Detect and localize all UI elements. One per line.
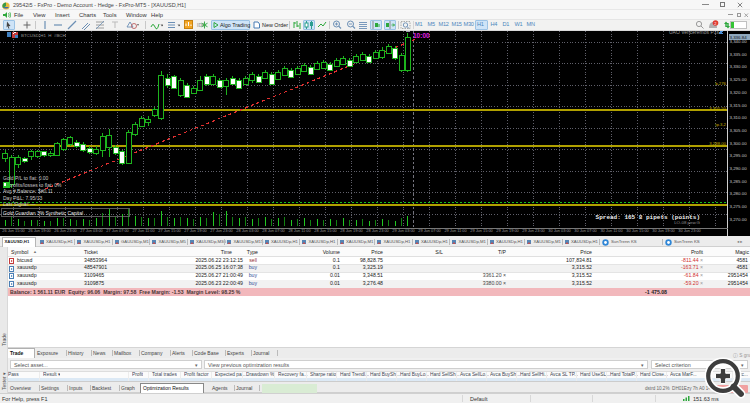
svg-text:Gold Guardian 3% Synthetic Cap: Gold Guardian 3% Synthetic Capital [3, 210, 83, 216]
svg-text:3,315.00: 3,315.00 [730, 103, 748, 108]
svg-text:28 Jun 07:00: 28 Jun 07:00 [262, 228, 285, 233]
svg-text:30 Jun 15:00: 30 Jun 15:00 [626, 228, 649, 233]
svg-text:3,305.00: 3,305.00 [730, 128, 748, 133]
svg-text:27 Jun 07:00: 27 Jun 07:00 [106, 228, 129, 233]
svg-text:29 Jun 23:00: 29 Jun 23:00 [522, 228, 545, 233]
svg-text:Last Signal: —: Last Signal: — [3, 201, 36, 207]
svg-text:3,288.00: 3,288.00 [709, 141, 726, 146]
svg-text:profits/losses to flat: 0%: profits/losses to flat: 0% [3, 182, 62, 188]
svg-text:29 Jun 03:00: 29 Jun 03:00 [392, 228, 415, 233]
svg-text:27 Jun 23:00: 27 Jun 23:00 [210, 228, 233, 233]
svg-text:3,320.00: 3,320.00 [730, 90, 748, 95]
svg-text:28 Jun 19:00: 28 Jun 19:00 [340, 228, 363, 233]
svg-text:3,285.00: 3,285.00 [730, 179, 748, 184]
svg-text:29 Jun 15:00: 29 Jun 15:00 [470, 228, 493, 233]
svg-text:30 Jun 23:00: 30 Jun 23:00 [678, 228, 701, 233]
svg-text:3,325.00: 3,325.00 [730, 77, 748, 82]
svg-text:3,340.00: 3,340.00 [730, 39, 748, 44]
svg-text:3,305.50: 3,305.50 [709, 106, 726, 111]
svg-text:10:00: 10:00 [413, 32, 430, 39]
svg-text:29 Jun 11:00: 29 Jun 11:00 [444, 228, 467, 233]
svg-text:3,290.00: 3,290.00 [730, 166, 748, 171]
svg-text:30 Jun 19:00: 30 Jun 19:00 [652, 228, 675, 233]
svg-text:26 Jun 19:00: 26 Jun 19:00 [28, 228, 51, 233]
svg-text:28 Jun 15:00: 28 Jun 15:00 [314, 228, 337, 233]
svg-text:3,295.00: 3,295.00 [730, 153, 748, 158]
svg-text:3,336.84: 3,336.84 [730, 35, 748, 40]
svg-text:3,330.00: 3,330.00 [730, 64, 748, 69]
svg-text:28 Jun 23:00: 28 Jun 23:00 [366, 228, 389, 233]
svg-text:Gold P/L to flat: 0.00: Gold P/L to flat: 0.00 [3, 175, 49, 181]
svg-text:3,270.00: 3,270.00 [730, 217, 748, 222]
svg-text:30 Jun 03:00: 30 Jun 03:00 [548, 228, 571, 233]
svg-text:27 Jun 03:00: 27 Jun 03:00 [80, 228, 103, 233]
svg-text:BTCUSD,H1 H #BCH: BTCUSD,H1 H #BCH [21, 33, 66, 38]
svg-text:27 Jun 15:00: 27 Jun 15:00 [158, 228, 181, 233]
svg-text:30 Jun 11:00: 30 Jun 11:00 [600, 228, 623, 233]
svg-text:27 Jun 19:00: 27 Jun 19:00 [184, 228, 207, 233]
svg-text:3,280.00: 3,280.00 [730, 191, 748, 196]
svg-text:3,275.00: 3,275.00 [730, 204, 748, 209]
svg-text:29 Jun 07:00: 29 Jun 07:00 [418, 228, 441, 233]
svg-text:27 Jun 11:00: 27 Jun 11:00 [132, 228, 155, 233]
svg-text:28 Jun 03:00: 28 Jun 03:00 [236, 228, 259, 233]
svg-text:26 Jun 23:00: 26 Jun 23:00 [54, 228, 77, 233]
svg-text:b,276: b,276 [715, 81, 726, 86]
svg-text:UAO Venceremos P1s: UAO Venceremos P1s [669, 31, 720, 35]
svg-text:26 Jun 15:00: 26 Jun 15:00 [2, 228, 25, 233]
svg-text:30 Jun 07:00: 30 Jun 07:00 [574, 228, 597, 233]
svg-text:Avg # Balance: $#0.11: Avg # Balance: $#0.11 [3, 188, 53, 194]
svg-text:LO-08 pew.G: LO-08 pew.G [674, 220, 700, 225]
svg-text:3,335.00: 3,335.00 [730, 52, 748, 57]
svg-text:tp.3,2: tp.3,2 [715, 122, 726, 127]
svg-text:28 Jun 11:00: 28 Jun 11:00 [288, 228, 311, 233]
svg-text:29 Jun 19:00: 29 Jun 19:00 [496, 228, 519, 233]
svg-text:3,300.00: 3,300.00 [730, 141, 748, 146]
svg-text:3,310.00: 3,310.00 [730, 115, 748, 120]
